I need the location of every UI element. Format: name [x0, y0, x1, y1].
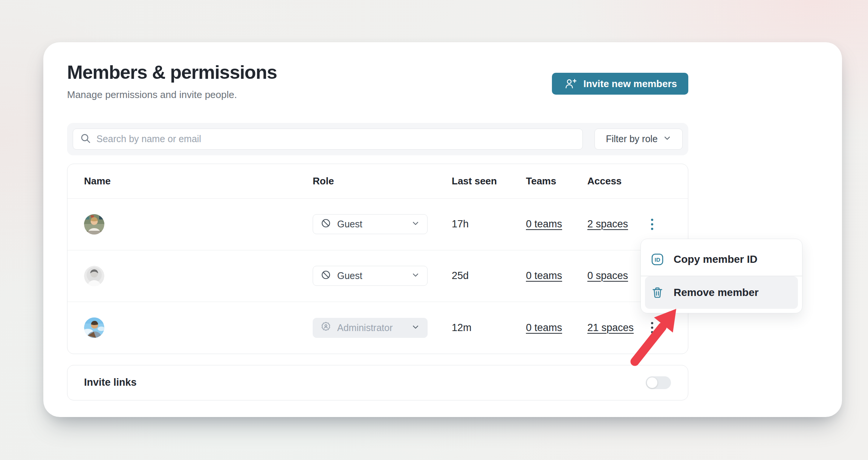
row-menu-kebab-icon[interactable]: [644, 214, 660, 234]
role-select[interactable]: Guest: [313, 266, 428, 286]
invite-links-section: Invite links: [67, 365, 688, 400]
members-table: Name Role Last seen Teams Access: [67, 164, 688, 354]
member-context-menu: ID Copy member ID Remove member: [640, 239, 802, 313]
filter-by-role-button[interactable]: Filter by role: [594, 129, 683, 150]
access-link[interactable]: 21 spaces: [587, 322, 634, 334]
svg-text:ID: ID: [655, 256, 660, 263]
trash-icon: [650, 285, 665, 300]
copy-member-id-menu-item[interactable]: ID Copy member ID: [645, 243, 798, 276]
role-select[interactable]: Guest: [313, 214, 428, 234]
row-menu-kebab-icon[interactable]: [644, 318, 660, 338]
column-header-teams: Teams: [526, 175, 587, 187]
teams-link[interactable]: 0 teams: [526, 322, 562, 334]
blue-sky-photo-avatar: [84, 317, 104, 338]
page-header: Members & permissions Manage permissions…: [67, 62, 688, 101]
menu-item-label: Copy member ID: [674, 253, 758, 265]
table-header-row: Name Role Last seen Teams Access: [67, 164, 688, 199]
search-input[interactable]: [96, 133, 576, 144]
access-link[interactable]: 0 spaces: [587, 270, 628, 282]
filter-button-label: Filter by role: [606, 133, 658, 144]
last-seen-value: 17h: [452, 218, 526, 230]
role-value: Administrator: [337, 322, 405, 333]
role-value: Guest: [337, 219, 405, 230]
search-field[interactable]: [73, 129, 583, 150]
column-header-access: Access: [587, 175, 644, 187]
circle-slash-icon: [321, 218, 331, 231]
page-title: Members & permissions: [67, 62, 277, 84]
remove-member-menu-item[interactable]: Remove member: [645, 276, 798, 309]
invite-links-label: Invite links: [84, 377, 137, 388]
chevron-down-icon: [411, 219, 420, 230]
invite-button-label: Invite new members: [583, 78, 677, 90]
toggle-knob: [647, 377, 657, 388]
chevron-down-icon: [663, 133, 671, 144]
teams-link[interactable]: 0 teams: [526, 218, 562, 230]
table-row: Guest 17h 0 teams 2 spaces: [67, 199, 688, 250]
role-select[interactable]: Administrator: [313, 318, 428, 338]
last-seen-value: 12m: [452, 322, 526, 334]
invite-new-members-button[interactable]: Invite new members: [552, 73, 688, 95]
table-row: Administrator 12m 0 teams 21 spaces: [67, 302, 688, 354]
table-row: Guest 25d 0 teams 0 spaces: [67, 250, 688, 302]
menu-item-label: Remove member: [674, 287, 759, 299]
chevron-down-icon: [411, 322, 420, 333]
members-permissions-card: Members & permissions Manage permissions…: [43, 42, 842, 417]
access-link[interactable]: 2 spaces: [587, 218, 628, 230]
warm-photo-avatar: [84, 214, 104, 235]
page-subtitle: Manage permissions and invite people.: [67, 89, 277, 101]
invite-links-toggle[interactable]: [646, 376, 671, 389]
last-seen-value: 25d: [452, 270, 526, 282]
teams-link[interactable]: 0 teams: [526, 270, 562, 282]
page-header-text: Members & permissions Manage permissions…: [67, 62, 277, 101]
circle-slash-icon: [321, 270, 331, 282]
search-icon: [80, 133, 91, 146]
shield-person-icon: [321, 321, 331, 334]
search-filter-bar: Filter by role: [67, 123, 688, 155]
chevron-down-icon: [411, 270, 420, 281]
column-header-last-seen: Last seen: [452, 175, 526, 187]
id-badge-icon: ID: [650, 252, 665, 267]
grayscale-photo-avatar: [84, 266, 104, 286]
column-header-role: Role: [313, 175, 452, 187]
person-plus-icon: [563, 78, 578, 90]
role-value: Guest: [337, 270, 405, 281]
column-header-name: Name: [84, 175, 313, 187]
